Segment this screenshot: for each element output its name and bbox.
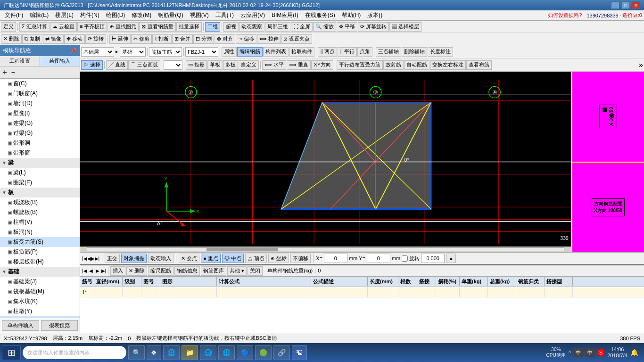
table-row[interactable]: 1* bbox=[80, 287, 644, 297]
extend-button[interactable]: ⊢ 延伸 bbox=[109, 34, 131, 44]
rebar-prev[interactable]: ◀ bbox=[89, 268, 93, 273]
select-floor-button[interactable]: ▤ 选择楼层 bbox=[389, 22, 421, 32]
snap-coord[interactable]: ⊕ 坐标 bbox=[268, 254, 289, 263]
report-preview-button[interactable]: 报表预览 bbox=[41, 320, 78, 331]
rebar-other-button[interactable]: 其他 ▾ bbox=[227, 266, 247, 276]
tree-spiral-slab[interactable]: ▣螺旋板(B) bbox=[0, 207, 80, 217]
tree-group-foundation[interactable]: ▼基础 bbox=[0, 267, 80, 277]
split-button[interactable]: ⊟ 分割 bbox=[193, 34, 214, 44]
batch-select-button[interactable]: 批量选择 bbox=[176, 22, 202, 32]
align-slab-button[interactable]: ≡ 平齐板顶 bbox=[77, 22, 107, 32]
horizontal-button[interactable]: ⟺ 水平 bbox=[262, 60, 286, 70]
add-tool-icon[interactable]: ＋ bbox=[1, 67, 8, 77]
edit-rebar-button[interactable]: 编辑钢筋 bbox=[237, 47, 263, 57]
single-member-input-button[interactable]: 单构件输入 bbox=[2, 320, 39, 331]
trim-button[interactable]: ✂ 修剪 bbox=[131, 34, 152, 44]
tree-sump[interactable]: ▣集水坑(K) bbox=[0, 296, 80, 306]
minus-tool-icon[interactable]: － bbox=[9, 67, 17, 77]
rebar-insert-button[interactable]: 插入 bbox=[110, 266, 125, 276]
tree-col-cap[interactable]: ▣柱帽(V) bbox=[0, 217, 80, 227]
tree-found-beam[interactable]: ▣基础梁(J) bbox=[0, 277, 80, 287]
price-link[interactable]: 造价豆:0 bbox=[622, 12, 642, 19]
screen-rotate-button[interactable]: ⟳ 屏幕旋转 bbox=[358, 22, 389, 32]
tree-cast-slab[interactable]: ▣现浇板(B) bbox=[0, 197, 80, 207]
2d-button[interactable]: 二维 bbox=[205, 22, 220, 32]
rebar-close-button[interactable]: 关闭 bbox=[248, 266, 263, 276]
find-element-button[interactable]: ⊕ 查找图元 bbox=[107, 22, 139, 32]
local-3d-button[interactable]: 局部三维 bbox=[265, 22, 290, 32]
menu-view[interactable]: 视图(V) bbox=[187, 10, 212, 20]
mode-snap[interactable]: 对象捕提 bbox=[121, 254, 147, 263]
sys-ime1[interactable]: 中 bbox=[574, 348, 583, 357]
member-list-button[interactable]: 构件列表 bbox=[263, 47, 289, 57]
grip-button[interactable]: ⧖ 设置夹点 bbox=[281, 34, 312, 44]
menu-modify[interactable]: 修改(M) bbox=[129, 10, 154, 20]
fullscreen-button[interactable]: ⛶ 全屏 bbox=[291, 22, 313, 32]
tree-ring-beam[interactable]: ▣圈梁(E) bbox=[0, 178, 80, 188]
tree-slab-rebar[interactable]: ▣板受力筋(S) bbox=[0, 237, 80, 247]
parallel-rebar-button[interactable]: 平行边布置受力筋 bbox=[337, 60, 383, 70]
swap-mark-button[interactable]: 交换左右标注 bbox=[430, 60, 466, 70]
parallel-button[interactable]: ∥ 平行 bbox=[338, 47, 357, 57]
tree-lintel[interactable]: ▣过梁(G) bbox=[0, 128, 80, 138]
member-name-select[interactable]: FBZJ-1 bbox=[185, 47, 218, 57]
menu-tools[interactable]: 工具(T) bbox=[213, 10, 237, 20]
nav-draw-input[interactable]: 绘图输入 bbox=[40, 56, 80, 66]
vertical-button[interactable]: ⟹ 垂直 bbox=[287, 60, 311, 70]
point-angle-button[interactable]: 点角 bbox=[357, 47, 372, 57]
align-button[interactable]: ⊜ 对齐 bbox=[215, 34, 235, 44]
tree-floor-strip[interactable]: ▣楼层板带(H) bbox=[0, 257, 80, 267]
calc-button[interactable]: Σ 汇总计算 bbox=[19, 22, 50, 32]
zoom-button[interactable]: 🔍 缩放 bbox=[313, 22, 336, 32]
tree-raft-found[interactable]: ▣筏板基础(M) bbox=[0, 287, 80, 296]
top-view-button[interactable]: 俯视 bbox=[223, 22, 239, 32]
tree-group-beam[interactable]: ▼梁 bbox=[0, 158, 80, 168]
taskbar-app-cortana[interactable]: ❖ bbox=[147, 345, 161, 360]
three-point-aux-button[interactable]: 三点辅轴 bbox=[376, 47, 401, 57]
xy-dir-button[interactable]: XY方向 bbox=[311, 60, 333, 70]
tree-beam[interactable]: ▣梁(L) bbox=[0, 168, 80, 178]
tree-slab-neg-rebar[interactable]: ▣板负筋(P) bbox=[0, 247, 80, 257]
tree-wall-hole[interactable]: ▣墙洞(D) bbox=[0, 99, 80, 108]
multi-slab-button[interactable]: 多板 bbox=[223, 60, 238, 70]
tree-door-window[interactable]: ▣门联窗(A) bbox=[0, 89, 80, 99]
td-diameter[interactable] bbox=[94, 287, 123, 297]
rebar-delete-button[interactable]: ✕ 删除 bbox=[126, 266, 147, 276]
two-point-button[interactable]: ∥ 两点 bbox=[318, 47, 337, 57]
taskbar-app-edge2[interactable]: 🌐 bbox=[200, 345, 216, 360]
mode-normal[interactable]: 正交 bbox=[105, 254, 120, 263]
mode-dynamic[interactable]: 动态输入 bbox=[148, 254, 173, 263]
start-button[interactable]: ⊞ bbox=[2, 345, 21, 360]
rotate-stepper-up[interactable]: ▲ bbox=[446, 254, 456, 263]
menu-edit[interactable]: 编辑(E) bbox=[27, 10, 51, 20]
taskbar-app-app2[interactable]: 🟢 bbox=[255, 345, 272, 360]
rebar-next[interactable]: ▶ bbox=[96, 268, 99, 273]
snap-midpoint[interactable]: ● 重点 bbox=[201, 254, 221, 263]
select-tool-button[interactable]: ▷ 选择 bbox=[81, 60, 103, 70]
move-button[interactable]: ✥ 移动 bbox=[64, 34, 85, 44]
tree-slab-hole[interactable]: ▣板洞(N) bbox=[0, 227, 80, 237]
rebar-lib-button[interactable]: 钢筋图库 bbox=[201, 266, 226, 276]
menu-draw[interactable]: 绘图(D) bbox=[103, 10, 128, 20]
line-button[interactable]: ╱ 直线 bbox=[106, 60, 128, 70]
menu-rebar-qty[interactable]: 钢筋量(Q) bbox=[155, 10, 186, 20]
mirror-button[interactable]: ⇌ 镜像 bbox=[43, 34, 64, 44]
snap-vertex[interactable]: △ 顶点 bbox=[245, 254, 267, 263]
rect-button[interactable]: ▭ 矩形 bbox=[186, 60, 207, 70]
close-button[interactable]: ✕ bbox=[632, 1, 640, 9]
no-offset[interactable]: 不偏移 bbox=[290, 254, 311, 263]
taskbar-app-search[interactable]: 🔍 bbox=[128, 345, 145, 360]
expand-icon[interactable]: » bbox=[639, 61, 643, 69]
sys-ime2[interactable]: 中 bbox=[586, 348, 594, 357]
auto-config-button[interactable]: 自动配筋 bbox=[404, 60, 429, 70]
tree-window[interactable]: ▣窗(C) bbox=[0, 79, 80, 89]
canvas-area[interactable]: ② ③ ④ A1 0° bbox=[80, 72, 571, 252]
x-input[interactable] bbox=[324, 254, 347, 263]
menu-bim[interactable]: BIM应用(I) bbox=[269, 10, 301, 20]
minimize-button[interactable]: — bbox=[611, 1, 619, 9]
length-mark-button[interactable]: 长度标注 bbox=[428, 47, 453, 57]
horizontal-scrollbar[interactable] bbox=[80, 247, 571, 252]
menu-cloud[interactable]: 云应用(V) bbox=[238, 10, 268, 20]
properties-button[interactable]: 属性 bbox=[222, 47, 237, 57]
copy-button[interactable]: ⧉ 复制 bbox=[22, 34, 42, 44]
